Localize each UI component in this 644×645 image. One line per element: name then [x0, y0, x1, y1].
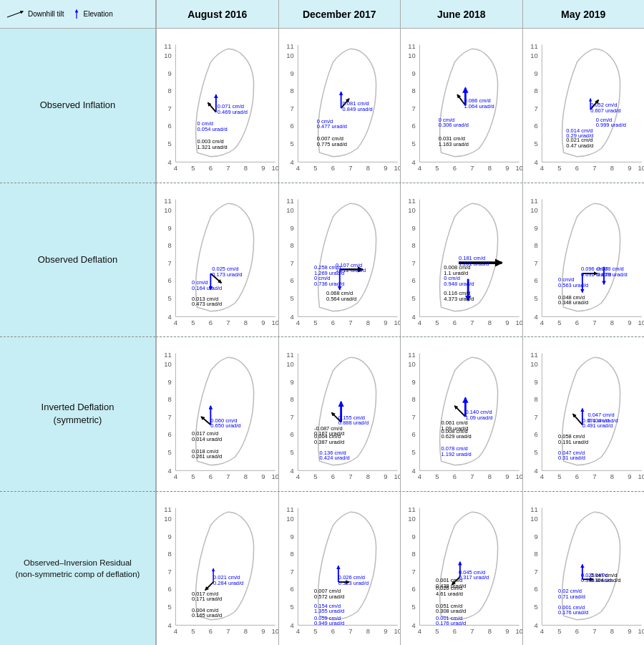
svg-text:10: 10 — [271, 472, 278, 480]
svg-text:7: 7 — [411, 105, 415, 112]
svg-text:9: 9 — [167, 223, 171, 231]
col-header-3: May 2019 — [522, 0, 645, 28]
svg-text:5: 5 — [313, 472, 317, 480]
legend-box: Downhill tilt Elevation — [0, 0, 155, 29]
svg-text:5: 5 — [534, 294, 537, 301]
svg-text:7: 7 — [592, 626, 596, 634]
svg-text:11: 11 — [286, 42, 293, 50]
svg-text:5: 5 — [191, 626, 195, 634]
svg-text:4: 4 — [418, 626, 421, 634]
svg-text:10: 10 — [515, 318, 522, 326]
svg-text:8: 8 — [534, 550, 537, 558]
svg-text:7: 7 — [592, 472, 596, 480]
svg-line-334 — [205, 582, 213, 590]
right-panel: August 2016 December 2017 June 2018 May … — [156, 0, 644, 645]
svg-text:5: 5 — [534, 602, 537, 610]
svg-text:11: 11 — [164, 505, 171, 513]
svg-text:7: 7 — [411, 567, 415, 575]
svg-text:0.306 urad/d: 0.306 urad/d — [439, 122, 469, 128]
svg-text:10: 10 — [408, 360, 415, 368]
svg-text:4: 4 — [534, 621, 537, 629]
svg-text:8: 8 — [290, 241, 293, 249]
svg-text:7: 7 — [534, 567, 537, 575]
svg-text:10: 10 — [408, 52, 415, 59]
svg-text:9: 9 — [505, 626, 509, 634]
svg-text:0.607 urad/d: 0.607 urad/d — [590, 107, 620, 114]
svg-text:7: 7 — [348, 164, 352, 172]
svg-text:10: 10 — [638, 472, 644, 480]
svg-text:4: 4 — [167, 158, 171, 166]
svg-text:6: 6 — [331, 164, 334, 172]
svg-text:10: 10 — [530, 515, 537, 523]
svg-text:4: 4 — [167, 621, 171, 629]
svg-text:6: 6 — [290, 430, 293, 438]
svg-text:4: 4 — [540, 472, 543, 480]
svg-text:7: 7 — [411, 413, 415, 421]
svg-text:9: 9 — [290, 223, 293, 231]
svg-text:7: 7 — [470, 164, 474, 172]
svg-text:9: 9 — [411, 223, 415, 231]
svg-text:7: 7 — [534, 105, 537, 112]
svg-line-228 — [201, 417, 210, 425]
svg-text:7: 7 — [470, 472, 474, 480]
svg-text:9: 9 — [628, 472, 631, 480]
svg-text:4.61 urad/d: 4.61 urad/d — [436, 590, 463, 596]
main-container: Downhill tilt Elevation Observed Inflati… — [0, 0, 644, 645]
svg-text:6: 6 — [167, 122, 171, 130]
col-header-2: June 2018 — [400, 0, 522, 28]
svg-text:8: 8 — [290, 550, 293, 558]
svg-text:5: 5 — [167, 294, 171, 301]
svg-text:0.176 urad/d: 0.176 urad/d — [436, 620, 466, 626]
svg-text:9: 9 — [290, 532, 293, 540]
svg-text:8: 8 — [167, 241, 171, 249]
svg-text:0.629 urad/d: 0.629 urad/d — [441, 433, 472, 440]
svg-text:6: 6 — [209, 318, 213, 326]
svg-text:11: 11 — [408, 351, 415, 359]
svg-text:4: 4 — [290, 621, 293, 629]
svg-text:1.321 urad/d: 1.321 urad/d — [197, 144, 228, 150]
svg-text:1.1 urad/d: 1.1 urad/d — [444, 269, 468, 276]
svg-text:0.469 urad/d: 0.469 urad/d — [218, 109, 248, 115]
svg-text:6: 6 — [575, 318, 578, 326]
svg-text:11: 11 — [408, 42, 415, 50]
downhill-legend: Downhill tilt — [6, 9, 64, 20]
svg-text:7: 7 — [592, 164, 596, 172]
svg-text:7: 7 — [348, 318, 352, 326]
svg-text:10: 10 — [515, 626, 522, 634]
svg-text:0.167 urad/d: 0.167 urad/d — [313, 430, 343, 437]
svg-text:0.477 urad/d: 0.477 urad/d — [316, 123, 346, 130]
col-header-1: December 2017 — [278, 0, 401, 28]
svg-text:0.304 urad/d: 0.304 urad/d — [590, 577, 620, 583]
svg-text:10: 10 — [271, 318, 278, 326]
svg-text:5: 5 — [411, 294, 415, 301]
svg-text:9: 9 — [261, 472, 265, 480]
svg-text:0.191 urad/d: 0.191 urad/d — [557, 439, 587, 445]
svg-text:7: 7 — [534, 258, 537, 266]
svg-text:8: 8 — [488, 164, 492, 172]
svg-text:4: 4 — [534, 158, 537, 166]
svg-text:4: 4 — [296, 626, 299, 634]
svg-text:0.317 urad/d: 0.317 urad/d — [459, 574, 489, 581]
svg-text:1.192 urad/d: 1.192 urad/d — [441, 451, 472, 457]
svg-text:9: 9 — [167, 532, 171, 540]
svg-text:8: 8 — [411, 87, 415, 94]
svg-text:8: 8 — [610, 626, 613, 634]
svg-text:8: 8 — [488, 472, 492, 480]
svg-text:5: 5 — [534, 140, 537, 147]
svg-text:4: 4 — [296, 472, 299, 480]
cell-1-3: 4 5 6 7 8 9 10 11 4 5 6 7 8 9 10 — [522, 183, 645, 337]
cell-3-0: 4 5 6 7 8 9 10 11 4 5 6 7 8 9 10 — [156, 492, 278, 646]
svg-text:6: 6 — [290, 585, 293, 593]
svg-text:11: 11 — [530, 42, 537, 50]
svg-text:8: 8 — [488, 318, 492, 326]
svg-text:0.014 urad/d: 0.014 urad/d — [192, 436, 222, 442]
svg-text:6: 6 — [411, 276, 415, 284]
svg-line-19 — [208, 102, 216, 112]
svg-text:5: 5 — [411, 448, 415, 456]
svg-text:5: 5 — [191, 318, 195, 326]
svg-text:0.284 urad/d: 0.284 urad/d — [213, 579, 243, 586]
svg-text:8: 8 — [610, 472, 613, 480]
svg-text:8: 8 — [534, 87, 537, 94]
svg-text:10: 10 — [164, 52, 171, 59]
svg-text:11: 11 — [408, 505, 415, 513]
